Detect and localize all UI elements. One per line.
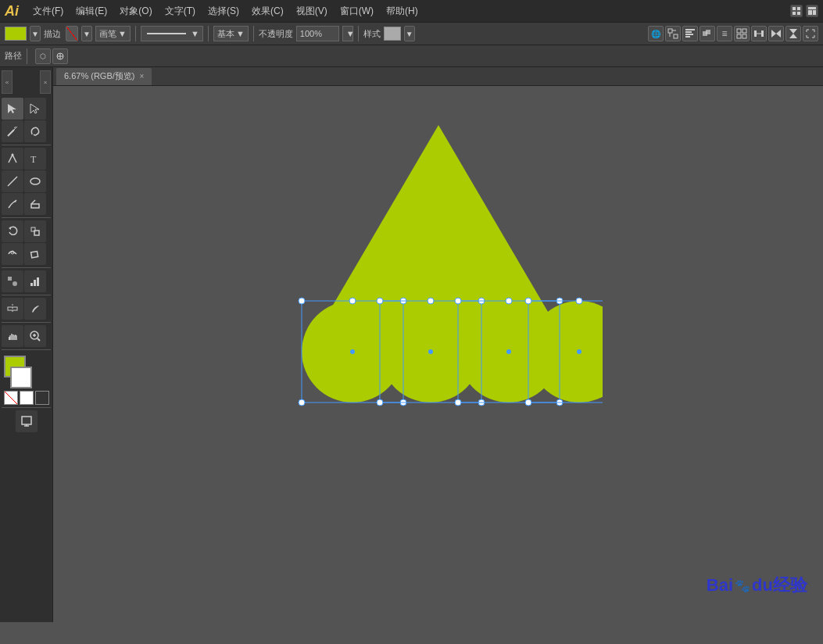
svg-rect-18 <box>737 29 741 33</box>
svg-rect-60 <box>30 283 33 286</box>
menu-file[interactable]: 文件(F) <box>27 0 70 22</box>
style-dropdown[interactable]: ▼ <box>404 26 415 41</box>
svg-marker-40 <box>8 104 16 113</box>
distribute-icon[interactable] <box>751 26 767 41</box>
none-swatch[interactable] <box>4 391 18 405</box>
svg-rect-4 <box>808 7 816 9</box>
opacity-dropdown[interactable]: ▼ <box>342 26 353 41</box>
opacity-input[interactable] <box>296 26 339 41</box>
menu-edit[interactable]: 编辑(E) <box>70 0 113 22</box>
svg-text:T: T <box>30 154 37 165</box>
menu-view[interactable]: 视图(V) <box>290 0 334 22</box>
slice-tool[interactable] <box>2 298 23 320</box>
knife-tool[interactable] <box>24 298 46 320</box>
menu-text[interactable]: 文字(T) <box>159 0 202 22</box>
magic-wand-tool[interactable] <box>2 120 23 142</box>
menu-window[interactable]: 窗口(W) <box>334 0 380 22</box>
scale-tool[interactable] <box>24 220 46 242</box>
path-tool-1[interactable]: ⬡ <box>35 48 51 64</box>
svg-rect-57 <box>31 252 38 258</box>
canvas-tab-close[interactable]: × <box>139 72 144 80</box>
path-toolbar: 路径 ⬡ <box>0 45 823 67</box>
svg-rect-62 <box>37 277 39 286</box>
tool-row-3: T <box>2 148 51 170</box>
hand-tool[interactable] <box>2 325 23 347</box>
selection-tool[interactable] <box>2 98 23 120</box>
arrange-icon[interactable] <box>790 5 803 17</box>
rotate-tool[interactable] <box>2 220 23 242</box>
sidebar-divider-7 <box>2 407 51 408</box>
style-label: 样式 <box>363 28 381 40</box>
warp-tool[interactable] <box>2 243 23 265</box>
brush-dropdown[interactable]: 画笔 ▼ <box>95 26 131 41</box>
tool-row-6 <box>2 220 51 242</box>
fill-dropdown[interactable]: ▼ <box>30 26 41 41</box>
baidu-watermark: Bai 🐾 du经验 jingyan.baidu.com <box>707 574 807 606</box>
sidebar-divider-3 <box>2 267 51 268</box>
menu-select[interactable]: 选择(S) <box>202 0 245 22</box>
path-tool-2[interactable] <box>52 48 68 64</box>
type-tool[interactable]: T <box>24 148 46 170</box>
expand-icon[interactable] <box>803 26 818 41</box>
flip-h-icon[interactable] <box>768 26 784 41</box>
eraser-tool[interactable] <box>24 193 46 215</box>
ellipse-tool[interactable] <box>24 170 46 192</box>
svg-rect-19 <box>742 29 746 33</box>
chart-tool[interactable] <box>24 270 46 292</box>
style-swatch[interactable] <box>384 27 401 41</box>
svg-marker-28 <box>789 34 797 38</box>
pathfinder-icon[interactable] <box>700 26 715 41</box>
pen-tool[interactable] <box>2 148 23 170</box>
lasso-tool[interactable] <box>24 120 46 142</box>
baidu-suffix: du经验 <box>752 574 807 597</box>
canvas-tab[interactable]: 6.67% (RGB/预览) × <box>56 68 152 85</box>
svg-rect-24 <box>761 30 764 37</box>
sidebar-divider-6 <box>2 349 51 350</box>
handle-bl-3 <box>455 399 461 406</box>
screen-mode-btn[interactable] <box>16 410 38 432</box>
direct-selection-tool[interactable] <box>24 98 46 120</box>
stroke-none-btn[interactable] <box>66 26 78 41</box>
tool-row-10 <box>2 325 51 347</box>
separator2 <box>208 26 209 41</box>
line-style-dropdown[interactable]: ▼ <box>141 26 203 41</box>
transform-icon[interactable] <box>665 26 681 41</box>
color-swatches <box>7 356 46 387</box>
handle-tl-1 <box>299 298 305 304</box>
line-tool[interactable] <box>2 170 23 192</box>
free-transform-tool[interactable] <box>24 243 46 265</box>
globe-icon[interactable]: 🌐 <box>648 26 664 41</box>
svg-rect-17 <box>706 30 710 34</box>
panel-collapse-btn[interactable]: « <box>2 70 13 94</box>
arrange-icon2[interactable] <box>734 26 750 41</box>
stroke-dropdown[interactable]: ▼ <box>81 26 92 41</box>
flip-v-icon[interactable] <box>785 26 801 41</box>
svg-rect-6 <box>813 10 816 15</box>
menu-help[interactable]: 帮助(H) <box>380 0 424 22</box>
menu-effect[interactable]: 效果(C) <box>245 0 290 22</box>
svg-rect-13 <box>685 31 692 33</box>
layout-icon[interactable] <box>806 5 818 17</box>
menu-bar: Ai 文件(F) 编辑(E) 对象(O) 文字(T) 选择(S) 效果(C) 视… <box>0 0 823 22</box>
svg-point-48 <box>30 178 40 184</box>
pencil-tool[interactable] <box>2 193 23 215</box>
selection-center-3 <box>506 349 511 354</box>
zoom-tool[interactable] <box>24 325 46 347</box>
background-color[interactable] <box>10 367 32 388</box>
svg-rect-65 <box>9 337 10 340</box>
baidu-url: jingyan.baidu.com <box>707 597 807 606</box>
white-swatch[interactable] <box>20 391 34 405</box>
fill-swatch[interactable] <box>5 27 27 41</box>
basic-dropdown[interactable]: 基本 ▼ <box>213 26 249 41</box>
handle-tl-4 <box>525 298 531 304</box>
align-icon[interactable] <box>682 26 698 41</box>
sidebar-divider-2 <box>2 217 51 218</box>
panel-close-btn[interactable]: × <box>40 70 51 94</box>
svg-marker-27 <box>789 29 797 34</box>
menu-object[interactable]: 对象(O) <box>113 0 158 22</box>
black-swatch[interactable] <box>35 391 49 405</box>
app-logo: Ai <box>5 0 19 22</box>
mini-color-swatches <box>2 391 51 405</box>
more-icon[interactable]: ≡ <box>717 26 732 41</box>
shape-builder-tool[interactable] <box>2 270 23 292</box>
